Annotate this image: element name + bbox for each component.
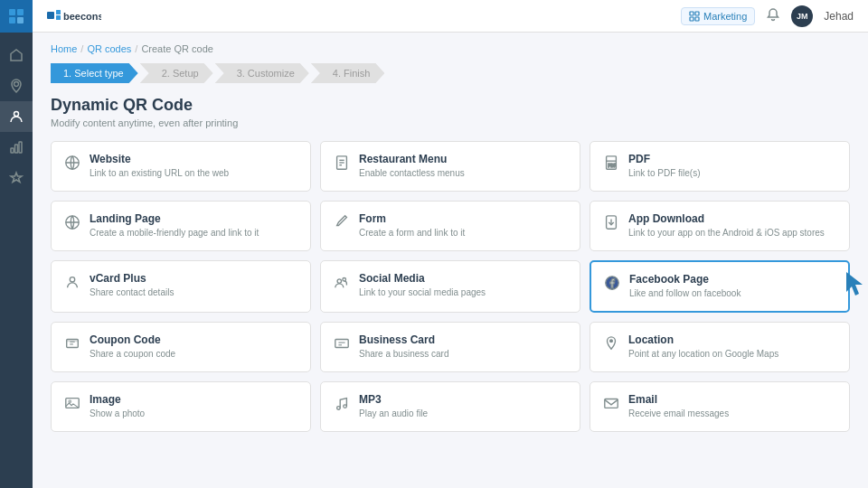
restaurant-menu-text: Restaurant MenuEnable contactless menus bbox=[359, 153, 465, 180]
svg-point-40 bbox=[69, 400, 71, 403]
svg-text:PDF: PDF bbox=[608, 164, 616, 168]
card-mp3[interactable]: MP3Play an audio file bbox=[320, 381, 580, 432]
sidebar bbox=[0, 0, 33, 488]
svg-rect-9 bbox=[47, 12, 54, 19]
email-desc: Receive email messages bbox=[628, 408, 729, 420]
sidebar-item-star[interactable] bbox=[0, 163, 33, 193]
social-media-desc: Link to your social media pages bbox=[359, 286, 486, 299]
sidebar-item-chart[interactable] bbox=[0, 132, 33, 163]
username-label: Jehad bbox=[824, 10, 854, 23]
landing-page-text: Landing PageCreate a mobile-friendly pag… bbox=[90, 212, 259, 239]
card-facebook-page[interactable]: Facebook PageLike and follow on facebook bbox=[590, 260, 850, 313]
svg-rect-11 bbox=[56, 15, 61, 20]
location-icon bbox=[603, 335, 619, 356]
card-restaurant-menu[interactable]: Restaurant MenuEnable contactless menus bbox=[320, 141, 580, 192]
svg-rect-13 bbox=[690, 12, 693, 15]
step-3[interactable]: 3. Customize bbox=[215, 63, 309, 83]
form-text: FormCreate a form and link to it bbox=[359, 212, 465, 239]
business-card-icon bbox=[334, 335, 350, 356]
business-card-text: Business CardShare a business card bbox=[359, 333, 449, 361]
coupon-code-text: Coupon CodeShare a coupon code bbox=[90, 333, 175, 361]
selection-cursor-arrow bbox=[846, 272, 868, 302]
card-image[interactable]: ImageShow a photo bbox=[51, 381, 311, 432]
step-2[interactable]: 2. Setup bbox=[140, 63, 213, 83]
app-download-title: App Download bbox=[628, 212, 825, 225]
avatar: JM bbox=[791, 5, 813, 27]
location-text: LocationPoint at any location on Google … bbox=[628, 333, 778, 361]
breadcrumb-home[interactable]: Home bbox=[51, 43, 77, 54]
breadcrumb: Home / QR codes / Create QR code bbox=[51, 43, 850, 54]
bell-icon[interactable] bbox=[766, 7, 780, 24]
svg-point-28 bbox=[337, 279, 342, 284]
mp3-desc: Play an audio file bbox=[359, 408, 428, 420]
card-pdf[interactable]: PDFPDFLink to PDF file(s) bbox=[590, 141, 850, 192]
form-desc: Create a form and link to it bbox=[359, 227, 465, 239]
svg-point-41 bbox=[337, 407, 341, 410]
card-location[interactable]: LocationPoint at any location on Google … bbox=[590, 322, 850, 372]
card-vcard-plus[interactable]: vCard PlusShare contact details bbox=[51, 260, 311, 313]
svg-rect-15 bbox=[690, 17, 693, 21]
step-1[interactable]: 1. Select type bbox=[51, 63, 138, 83]
card-business-card[interactable]: Business CardShare a business card bbox=[320, 322, 580, 372]
svg-text:beeconstac: beeconstac bbox=[63, 11, 101, 22]
mp3-text: MP3Play an audio file bbox=[359, 393, 428, 420]
breadcrumb-sep-2: / bbox=[135, 43, 137, 54]
app-download-desc: Link to your app on the Android & iOS ap… bbox=[628, 227, 825, 239]
mp3-icon bbox=[334, 395, 350, 416]
form-icon bbox=[334, 214, 350, 235]
card-form[interactable]: FormCreate a form and link to it bbox=[320, 201, 580, 251]
website-desc: Link to an existing URL on the web bbox=[90, 167, 229, 180]
social-media-title: Social Media bbox=[359, 272, 486, 285]
vcard-plus-desc: Share contact details bbox=[90, 286, 174, 299]
sidebar-item-home[interactable] bbox=[0, 40, 33, 70]
topbar-right: Marketing JM Jehad bbox=[681, 5, 854, 27]
facebook-page-desc: Like and follow on facebook bbox=[629, 287, 741, 300]
restaurant-menu-title: Restaurant Menu bbox=[359, 153, 465, 165]
coupon-code-title: Coupon Code bbox=[90, 333, 175, 346]
location-title: Location bbox=[628, 333, 778, 346]
step-4[interactable]: 4. Finish bbox=[311, 63, 385, 83]
vcard-plus-icon bbox=[64, 274, 80, 295]
svg-point-5 bbox=[14, 112, 19, 117]
svg-rect-6 bbox=[11, 148, 14, 153]
breadcrumb-sep-1: / bbox=[80, 43, 83, 54]
facebook-page-text: Facebook PageLike and follow on facebook bbox=[629, 273, 741, 300]
pdf-icon: PDF bbox=[603, 155, 619, 175]
svg-rect-0 bbox=[9, 9, 15, 15]
restaurant-menu-icon bbox=[334, 155, 350, 175]
content-area: Home / QR codes / Create QR code 1. Sele… bbox=[33, 33, 868, 488]
breadcrumb-current: Create QR code bbox=[141, 43, 212, 54]
card-website[interactable]: WebsiteLink to an existing URL on the we… bbox=[51, 141, 311, 192]
sidebar-item-people[interactable] bbox=[0, 101, 33, 132]
card-app-download[interactable]: App DownloadLink to your app on the Andr… bbox=[590, 201, 850, 251]
pdf-title: PDF bbox=[628, 153, 700, 165]
svg-point-38 bbox=[610, 340, 613, 343]
page-title: Dynamic QR Code bbox=[51, 96, 850, 115]
svg-rect-2 bbox=[9, 17, 15, 23]
social-media-text: Social MediaLink to your social media pa… bbox=[359, 272, 486, 299]
pdf-desc: Link to PDF file(s) bbox=[628, 167, 700, 180]
restaurant-menu-desc: Enable contactless menus bbox=[359, 167, 465, 180]
app-download-text: App DownloadLink to your app on the Andr… bbox=[628, 212, 825, 239]
svg-point-27 bbox=[70, 277, 74, 282]
sidebar-item-location[interactable] bbox=[0, 70, 33, 101]
social-media-icon bbox=[334, 274, 350, 295]
card-email[interactable]: EmailReceive email messages bbox=[590, 381, 850, 432]
card-landing-page[interactable]: Landing PageCreate a mobile-friendly pag… bbox=[51, 201, 311, 251]
svg-rect-1 bbox=[17, 9, 24, 15]
svg-rect-10 bbox=[56, 10, 61, 14]
form-title: Form bbox=[359, 212, 465, 225]
website-icon bbox=[64, 155, 80, 175]
email-title: Email bbox=[628, 393, 729, 406]
steps-nav: 1. Select type 2. Setup 3. Customize 4. … bbox=[51, 63, 850, 83]
landing-page-icon bbox=[64, 214, 80, 235]
landing-page-desc: Create a mobile-friendly page and link t… bbox=[90, 227, 259, 239]
page-subtitle: Modify content anytime, even after print… bbox=[51, 117, 850, 128]
marketing-button[interactable]: Marketing bbox=[681, 7, 755, 25]
facebook-page-title: Facebook Page bbox=[629, 273, 741, 286]
card-coupon-code[interactable]: Coupon CodeShare a coupon code bbox=[51, 322, 311, 372]
card-social-media[interactable]: Social MediaLink to your social media pa… bbox=[320, 260, 580, 313]
website-title: Website bbox=[90, 153, 229, 165]
breadcrumb-qr-codes[interactable]: QR codes bbox=[87, 43, 131, 54]
marketing-label: Marketing bbox=[703, 11, 747, 22]
